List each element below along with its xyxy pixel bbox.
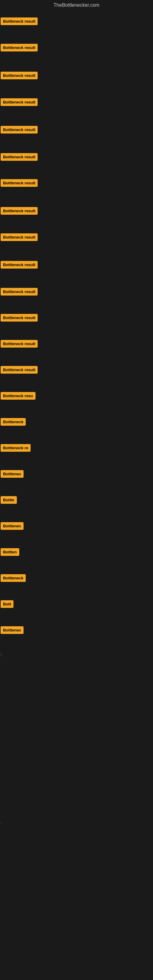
- bottleneck-item-10: Bottleneck result: [1, 261, 38, 270]
- bottleneck-badge-16[interactable]: Bottleneck: [1, 418, 26, 426]
- bottleneck-item-12: Bottleneck result: [1, 314, 38, 323]
- bottleneck-item-20: Bottlenec: [1, 522, 24, 531]
- bottleneck-item-21: Bottlen: [1, 548, 19, 557]
- bottleneck-item-9: Bottleneck result: [1, 233, 38, 242]
- bottleneck-badge-10[interactable]: Bottleneck result: [1, 261, 38, 269]
- bottleneck-badge-18[interactable]: Bottlenec: [1, 470, 24, 478]
- bottleneck-item-24: Bottlenec: [1, 626, 24, 635]
- bottleneck-item-13: Bottleneck result: [1, 340, 38, 349]
- bottleneck-badge-23[interactable]: Bott: [1, 600, 13, 608]
- bottleneck-badge-2[interactable]: Bottleneck result: [1, 44, 38, 51]
- bottleneck-badge-21[interactable]: Bottlen: [1, 548, 19, 556]
- bottleneck-item-8: Bottleneck result: [1, 207, 38, 216]
- bottleneck-badge-13[interactable]: Bottleneck result: [1, 340, 38, 348]
- bottleneck-badge-6[interactable]: Bottleneck result: [1, 153, 38, 161]
- bottleneck-badge-15[interactable]: Bottleneck resu: [1, 392, 35, 400]
- bottleneck-item-1: Bottleneck result: [1, 18, 38, 26]
- bottleneck-badge-7[interactable]: Bottleneck result: [1, 179, 38, 187]
- bottleneck-badge-19[interactable]: Bottle: [1, 496, 17, 504]
- bottleneck-item-3: Bottleneck result: [1, 72, 38, 81]
- bottleneck-item-19: Bottle: [1, 496, 17, 505]
- bottleneck-item-14: Bottleneck result: [1, 366, 38, 375]
- bottleneck-badge-4[interactable]: Bottleneck result: [1, 98, 38, 106]
- bottleneck-badge-20[interactable]: Bottlenec: [1, 522, 24, 530]
- bottleneck-item-11: Bottleneck result: [1, 288, 38, 297]
- bottleneck-badge-11[interactable]: Bottleneck result: [1, 288, 38, 296]
- bottleneck-item-22: Bottleneck: [1, 574, 26, 583]
- bottleneck-badge-17[interactable]: Bottleneck re: [1, 444, 30, 452]
- bottleneck-item-23: Bott: [1, 600, 13, 609]
- bottleneck-item-6: Bottleneck result: [1, 153, 38, 162]
- bottleneck-item-4: Bottleneck result: [1, 98, 38, 107]
- bottleneck-item-7: Bottleneck result: [1, 179, 38, 188]
- bottleneck-badge-3[interactable]: Bottleneck result: [1, 72, 38, 79]
- bottleneck-badge-22[interactable]: Bottleneck: [1, 574, 26, 582]
- bottleneck-badge-5[interactable]: Bottleneck result: [1, 126, 38, 134]
- bottleneck-item-2: Bottleneck result: [1, 44, 38, 52]
- footer-label: c: [1, 821, 2, 824]
- bottleneck-badge-12[interactable]: Bottleneck result: [1, 314, 38, 321]
- bottleneck-badge-14[interactable]: Bottleneck result: [1, 366, 38, 374]
- site-title: TheBottlenecker.com: [0, 0, 153, 10]
- footer-bar: |: [1, 652, 2, 657]
- bottleneck-item-16: Bottleneck: [1, 418, 26, 427]
- bottleneck-item-15: Bottleneck resu: [1, 392, 35, 401]
- bottleneck-badge-1[interactable]: Bottleneck result: [1, 18, 38, 25]
- bottleneck-item-18: Bottlenec: [1, 470, 24, 479]
- page-wrapper: TheBottlenecker.com | c Bottleneck resul…: [0, 0, 153, 980]
- bottleneck-badge-8[interactable]: Bottleneck result: [1, 207, 38, 215]
- bottleneck-item-5: Bottleneck result: [1, 126, 38, 135]
- bottleneck-item-17: Bottleneck re: [1, 444, 30, 453]
- bottleneck-badge-24[interactable]: Bottlenec: [1, 626, 24, 634]
- bottleneck-badge-9[interactable]: Bottleneck result: [1, 233, 38, 241]
